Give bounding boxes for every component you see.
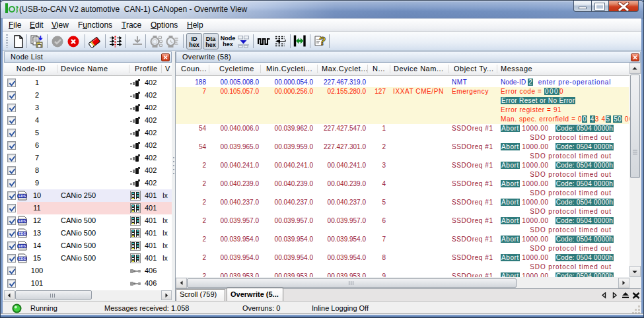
svg-text:?: ? <box>319 35 326 48</box>
svg-text:EDS: EDS <box>18 219 26 223</box>
svg-text:EDS: EDS <box>18 194 26 198</box>
svg-text:EDS: EDS <box>18 232 26 236</box>
svg-text:EDS: EDS <box>18 244 26 248</box>
svg-text:EDS: EDS <box>18 257 26 261</box>
